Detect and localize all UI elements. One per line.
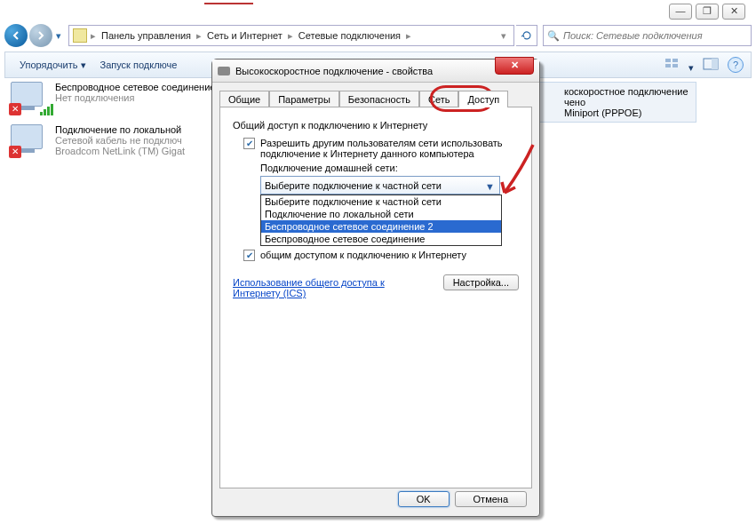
breadcrumb-item[interactable]: Сетевые подключения <box>293 30 406 41</box>
allow-control-label-tail: общим доступом к подключению к Интернету <box>260 250 519 260</box>
address-bar[interactable]: ▸ Панель управления ▸ Сеть и Интернет ▸ … <box>68 25 514 46</box>
organize-menu[interactable]: Упорядочить ▾ <box>12 60 93 71</box>
connection-status: чено <box>564 97 688 107</box>
dropdown-option[interactable]: Выберите подключение к частной сети <box>261 195 501 208</box>
folder-icon <box>73 28 87 43</box>
svg-rect-0 <box>665 59 671 62</box>
settings-button[interactable]: Настройка... <box>443 274 519 290</box>
breadcrumb-item[interactable]: Сеть и Интернет <box>202 30 288 41</box>
address-dropdown-icon[interactable]: ▾ <box>497 30 510 42</box>
connection-item-selected[interactable]: коскоростное подключение чено Miniport (… <box>526 82 696 123</box>
combo-dropdown: Выберите подключение к частной сети Подк… <box>260 195 502 246</box>
allow-control-checkbox[interactable]: ✔ <box>243 250 255 261</box>
help-icon[interactable]: ? <box>728 57 744 73</box>
search-box[interactable]: 🔍 <box>543 25 752 46</box>
tab-strip: Общие Параметры Безопасность Сеть Доступ <box>212 83 539 107</box>
signal-bars-icon <box>40 104 53 115</box>
nav-toolbar: ▾ ▸ Панель управления ▸ Сеть и Интернет … <box>4 23 752 48</box>
properties-dialog: Высокоскоростное подключение - свойства … <box>211 59 540 517</box>
tab-security[interactable]: Безопасность <box>339 91 419 107</box>
breadcrumb-item[interactable]: Панель управления <box>96 30 196 41</box>
back-button[interactable] <box>4 24 28 47</box>
tab-network[interactable]: Сеть <box>419 91 458 107</box>
connection-status: Нет подключения <box>55 92 215 103</box>
section-heading: Общий доступ к подключению к Интернету <box>233 120 519 131</box>
maximize-button[interactable]: ❐ <box>696 4 719 20</box>
tab-parameters[interactable]: Параметры <box>269 91 339 107</box>
dialog-close-button[interactable]: ✕ <box>495 57 534 75</box>
preview-pane-icon[interactable] <box>703 58 719 72</box>
forward-button[interactable] <box>29 24 52 47</box>
ethernet-icon: ✕ <box>11 124 48 156</box>
tab-sharing[interactable]: Доступ <box>458 91 508 107</box>
connection-status: Сетевой кабель не подключ <box>55 135 185 146</box>
svg-rect-5 <box>712 59 718 69</box>
minimize-button[interactable]: — <box>669 4 692 20</box>
tab-general[interactable]: Общие <box>219 91 269 107</box>
connection-title: коскоростное подключение <box>564 86 688 97</box>
allow-sharing-label: Разрешить другим пользователям сети испо… <box>260 138 519 159</box>
connection-adapter: Miniport (PPPOE) <box>564 107 688 118</box>
close-window-button[interactable]: ✕ <box>722 4 745 20</box>
ok-button[interactable]: OK <box>398 491 450 507</box>
launch-connection-button[interactable]: Запуск подключе <box>93 60 185 70</box>
allow-sharing-checkbox[interactable]: ✔ <box>243 138 255 149</box>
decoration <box>204 3 253 4</box>
history-dropdown-icon[interactable]: ▾ <box>54 30 63 42</box>
view-icon[interactable]: ▾ <box>664 57 694 74</box>
disconnected-badge-icon: ✕ <box>9 146 21 158</box>
combo-value: Выберите подключение к частной сети <box>265 180 442 191</box>
search-input[interactable] <box>563 30 747 41</box>
chevron-right-icon[interactable]: ▸ <box>406 30 411 42</box>
refresh-button[interactable] <box>516 25 537 46</box>
svg-rect-2 <box>672 59 678 62</box>
disconnected-badge-icon: ✕ <box>9 103 21 115</box>
svg-rect-3 <box>672 64 678 67</box>
dialog-titlebar[interactable]: Высокоскоростное подключение - свойства … <box>212 60 539 83</box>
search-icon: 🔍 <box>547 30 560 42</box>
home-network-label: Подключение домашней сети: <box>233 163 519 173</box>
dropdown-option-selected[interactable]: Беспроводное сетевое соединение 2 <box>261 220 501 233</box>
connection-adapter: Broadcom NetLink (TM) Gigat <box>55 146 185 156</box>
cancel-button[interactable]: Отмена <box>455 491 527 507</box>
chevron-down-icon: ▼ <box>483 179 497 193</box>
dialog-title: Высокоскоростное подключение - свойства <box>235 66 433 76</box>
modem-icon <box>218 67 230 75</box>
connection-title: Подключение по локальной <box>55 124 185 135</box>
home-network-combo[interactable]: Выберите подключение к частной сети ▼ Вы… <box>260 176 500 195</box>
dropdown-option[interactable]: Беспроводное сетевое соединение <box>261 233 501 245</box>
svg-rect-1 <box>665 64 671 67</box>
wireless-icon: ✕ <box>11 82 48 114</box>
connection-title: Беспроводное сетевое соединение <box>55 82 215 92</box>
dropdown-option[interactable]: Подключение по локальной сети <box>261 208 501 220</box>
tab-panel-sharing: Общий доступ к подключению к Интернету ✔… <box>219 107 532 488</box>
